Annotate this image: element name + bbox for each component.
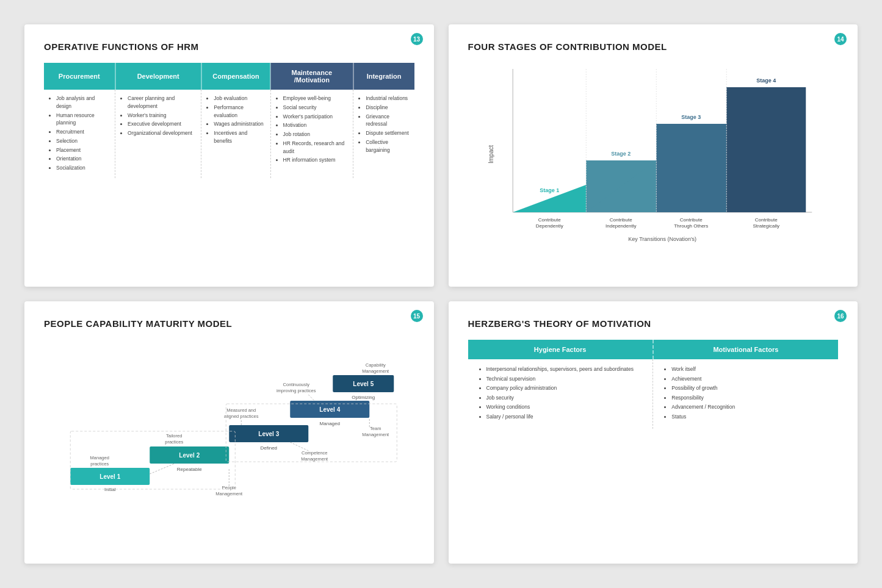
hrm-col-maintenance: Maintenance /Motivation: [270, 63, 353, 90]
slide1-title: OPERATIVE FUNCTIONS OF HRM: [44, 41, 414, 52]
svg-text:Management: Management: [362, 432, 389, 437]
stage4-label: Contribute: [754, 217, 777, 223]
stage2-top-label: Stage 2: [611, 151, 631, 157]
svg-text:Team: Team: [370, 426, 381, 431]
svg-text:Level 1: Level 1: [99, 473, 120, 480]
stage3-top-label: Stage 3: [681, 114, 701, 120]
svg-text:Competence: Competence: [302, 450, 328, 456]
motivation-items-cell: Work itself Achievement Possibility of g…: [653, 359, 838, 429]
slide-herzberg: 16 HERZBERG'S THEORY OF MOTIVATION Hygie…: [449, 301, 858, 564]
herzberg-table: Hygiene Factors Motivational Factors Int…: [468, 340, 839, 429]
svg-text:Level 4: Level 4: [319, 406, 340, 413]
stage1-top-label: Stage 1: [540, 187, 559, 193]
hrm-cell-integration: Industrial relations Discipline Grievanc…: [353, 90, 414, 178]
svg-text:Initial: Initial: [104, 487, 116, 492]
hrm-cell-maintenance: Employee well-being Social security Work…: [270, 90, 353, 178]
slide-stages: 14 FOUR STAGES OF CONTRIBUTION MODEL Imp…: [449, 24, 858, 287]
svg-text:Strategically: Strategically: [753, 223, 779, 229]
svg-text:Management: Management: [215, 491, 243, 497]
hrm-table: Procurement Development Compensation Mai…: [44, 63, 414, 178]
slide-num-4: 16: [834, 310, 847, 322]
svg-text:Management: Management: [362, 368, 389, 374]
svg-text:Level 3: Level 3: [258, 431, 279, 437]
svg-text:Managed: Managed: [90, 455, 109, 461]
hrm-col-procurement: Procurement: [44, 63, 115, 90]
svg-text:Tailored: Tailored: [166, 433, 182, 439]
stages-chart: Impact Stage 1 Stage 2 Stage 3 Stage 4 C: [468, 63, 839, 246]
svg-text:Through Others: Through Others: [674, 223, 708, 229]
svg-text:Capability: Capability: [366, 362, 386, 368]
slide-pcmm: 15 PEOPLE CAPABILITY MATURITY MODEL Leve…: [24, 301, 434, 564]
svg-text:practices: practices: [90, 461, 109, 467]
hrm-cell-compensation: Job evaluation Performance evaluation Wa…: [201, 90, 270, 178]
hrm-cell-development: Career planning and development Worker's…: [115, 90, 201, 178]
svg-text:Dependently: Dependently: [535, 223, 563, 229]
svg-line-35: [308, 395, 314, 401]
hrm-cell-procurement: Job analysis and design Human resource p…: [44, 90, 115, 178]
svg-text:Level 2: Level 2: [179, 452, 200, 459]
slide2-title: FOUR STAGES OF CONTRIBUTION MODEL: [468, 41, 839, 52]
svg-text:practices: practices: [165, 439, 183, 445]
svg-text:Continuously: Continuously: [283, 382, 310, 387]
svg-text:Repeatable: Repeatable: [177, 467, 202, 472]
pcmm-svg: Level 1 Initial Managed practices Level …: [44, 340, 414, 517]
slide-num-2: 14: [834, 33, 847, 45]
herzberg-header-row: Hygiene Factors Motivational Factors: [468, 340, 839, 359]
stage1-label: Contribute: [538, 217, 560, 223]
slide-num-3: 15: [411, 310, 423, 322]
stage2-label: Contribute: [609, 217, 632, 223]
herzberg-body-row: Interpersonal relationships, supervisors…: [468, 359, 839, 429]
svg-text:Optimizing: Optimizing: [352, 395, 375, 400]
svg-text:Defined: Defined: [260, 445, 277, 451]
hygiene-header: Hygiene Factors: [468, 340, 653, 359]
stages-svg: Impact Stage 1 Stage 2 Stage 3 Stage 4 C: [468, 63, 839, 246]
pcmm-container: Level 1 Initial Managed practices Level …: [44, 340, 414, 517]
x-axis-label: Key Transitions (Novation's): [628, 236, 696, 242]
svg-text:Measured and: Measured and: [226, 407, 256, 413]
svg-text:aligned practices: aligned practices: [224, 414, 259, 419]
slide3-title: PEOPLE CAPABILITY MATURITY MODEL: [44, 318, 414, 329]
stage4-top-label: Stage 4: [756, 77, 776, 84]
svg-text:Independently: Independently: [605, 223, 636, 229]
hrm-col-development: Development: [115, 63, 201, 90]
hygiene-items-cell: Interpersonal relationships, supervisors…: [468, 359, 653, 429]
stage3-label: Contribute: [679, 217, 702, 223]
svg-line-30: [290, 442, 308, 451]
slide-num-1: 13: [411, 33, 423, 45]
hrm-col-integration: Integration: [353, 63, 414, 90]
slide4-title: HERZBERG'S THEORY OF MOTIVATION: [468, 318, 839, 329]
svg-text:Level 5: Level 5: [353, 381, 374, 387]
stage4-bar: [726, 87, 806, 212]
svg-text:Managed: Managed: [320, 421, 340, 426]
stage3-bar: [656, 124, 726, 212]
hrm-col-compensation: Compensation: [201, 63, 270, 90]
hrm-header-row: Procurement Development Compensation Mai…: [44, 63, 414, 90]
y-axis-label: Impact: [488, 145, 494, 163]
hrm-body-row: Job analysis and design Human resource p…: [44, 90, 414, 178]
svg-text:Management: Management: [301, 456, 328, 462]
svg-text:improving practices: improving practices: [277, 388, 316, 393]
slide-hrm: 13 OPERATIVE FUNCTIONS OF HRM Procuremen…: [24, 24, 434, 287]
motivation-header: Motivational Factors: [653, 340, 838, 359]
